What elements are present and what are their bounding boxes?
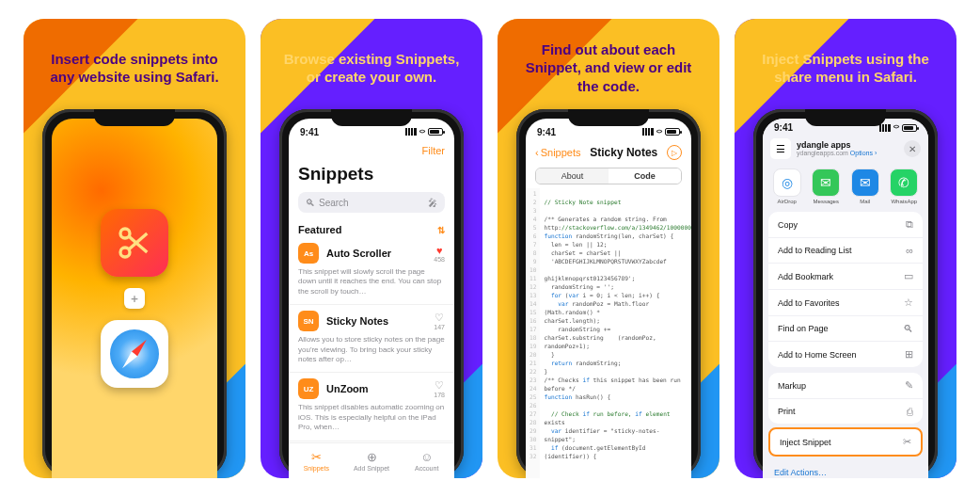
signal-strength-icon: ⇅ [437,225,445,235]
filter-link[interactable]: Filter [422,145,445,156]
heart-icon[interactable]: ♡ [434,379,445,392]
share-sheet-header: ☰ ydangle apps ydangleapps.com Options ›… [763,133,928,165]
phone-screen: ＋ [52,119,217,478]
code-editor[interactable]: 1 2 3 4 5 6 7 8 9 10 11 12 13 14 15 16 1… [526,188,691,478]
inject-snippet-highlighted[interactable]: Inject Snippet ✂ [768,427,923,457]
share-app-label: WhatsApp [891,199,917,204]
segment-code[interactable]: Code [609,168,681,184]
headline: Inject Snippets using the share menu in … [735,19,956,109]
share-item-copy[interactable]: Copy⧉ [768,212,923,238]
wifi-icon: ⌔ [893,122,899,133]
segment-about[interactable]: About [536,168,609,184]
share-app-whatsapp[interactable]: ✆WhatsApp [888,168,922,204]
scissors-icon: ✂ [903,436,911,448]
phone-frame: 9:41 ⌔ ☰ ydangle apps ydangleapps.com Op… [753,109,938,478]
share-item-find-on-page[interactable]: Find on Page🔍︎ [768,316,923,342]
segmented-control[interactable]: About Code [535,168,682,184]
screenshot-gallery: Insert code snippets into any website us… [24,19,956,478]
share-app-icon: ✉ [812,168,840,197]
headline: Browse existing Snippets, or create your… [261,19,482,109]
tab-bar: ✂Snippets⊕Add Snippet☺Account [289,442,454,478]
promo-card-3: Find out about each Snippet, and view or… [498,19,719,478]
share-apps-row: ◎AirDrop✉Messages✉Mail✆WhatsApp [763,165,928,212]
snippet-desc: This snippet disables automatic zooming … [298,403,445,432]
share-item-label: Find on Page [778,324,829,333]
notch [805,109,886,126]
share-item-label: Add to Favorites [778,298,840,308]
battery-icon [902,124,917,132]
notch [94,109,175,126]
snippet-desc: This snippet will slowly scroll the page… [298,267,445,297]
search-placeholder: Search [319,198,349,208]
compass-icon [108,328,161,380]
tab-label: Add Snippet [354,465,389,472]
share-item-add-to-favorites[interactable]: Add to Favorites☆ [768,290,923,316]
signal-icon [879,124,891,132]
share-item-icon: 🔍︎ [903,323,913,334]
edit-actions-link[interactable]: Edit Actions… [763,460,928,478]
phone-frame: 9:41 ⌔ ‹ Snippets Sticky Notes ▷ About C… [516,109,701,478]
snippet-item[interactable]: SN Sticky Notes ♡ 147 Allows you to stor… [289,305,454,373]
share-item-label: Add to Home Screen [778,350,857,360]
share-item-icon: ▭ [904,270,913,282]
snippet-desc: Allows you to store sticky notes on the … [298,335,445,364]
tab-label: Snippets [304,465,329,472]
share-item-label: Print [778,407,796,416]
back-button[interactable]: ‹ Snippets [535,147,580,158]
site-favicon: ☰ [770,138,791,159]
share-app-icon: ◎ [773,168,801,197]
snippet-item[interactable]: UZ UnZoom ♡ 178 This snippet disables au… [289,373,454,441]
share-item-add-to-reading-list[interactable]: Add to Reading List∞ [768,238,923,264]
svg-line-2 [129,236,147,252]
nav-row: Filter [289,141,454,160]
snippets-app-icon [101,209,168,277]
tab-snippets[interactable]: ✂Snippets [289,443,344,478]
promo-card-1: Insert code snippets into any website us… [24,19,245,478]
snippet-title: Sticky Notes [326,315,426,327]
share-item-add-bookmark[interactable]: Add Bookmark▭ [768,264,923,290]
svg-point-1 [120,248,130,257]
wifi-icon: ⌔ [656,127,662,137]
snippet-item[interactable]: As Auto Scroller ♥ 458 This snippet will… [289,237,454,305]
share-item-icon: ⊞ [905,348,913,361]
section-header: Featured ⇅ [289,216,454,237]
safari-app-icon [101,320,168,388]
site-subtitle: ydangleapps.com Options › [797,150,877,156]
svg-line-3 [129,233,147,249]
share-actions-list-2: Markup✎ Print⎙ [768,373,923,424]
tab-add-snippet[interactable]: ⊕Add Snippet [344,443,400,478]
tab-label: Account [415,465,438,472]
notch [331,109,412,126]
tab-account[interactable]: ☺Account [399,443,454,478]
share-item-label: Add Bookmark [778,272,833,281]
share-item-print[interactable]: Print⎙ [768,399,923,424]
share-app-messages[interactable]: ✉Messages [810,168,844,204]
like-count: 178 [434,392,445,398]
share-item-markup[interactable]: Markup✎ [768,373,923,399]
mic-icon[interactable]: 🎤︎ [428,198,437,208]
share-item-icon: ☆ [904,297,913,309]
tab-icon: ✂ [311,450,322,464]
share-app-mail[interactable]: ✉Mail [848,168,882,204]
like-count: 147 [434,324,445,330]
share-item-icon: ⎙ [907,406,913,417]
phone-frame: ＋ [42,109,227,478]
signal-icon [642,128,654,136]
signal-icon [405,128,417,136]
share-item-add-to-home-screen[interactable]: Add to Home Screen⊞ [768,342,923,367]
search-input[interactable]: 🔍︎ Search 🎤︎ [298,192,445,213]
promo-card-4: Inject Snippets using the share menu in … [735,19,956,478]
heart-icon[interactable]: ♥ [434,245,445,256]
snippet-title: UnZoom [326,383,426,394]
share-item-icon: ⧉ [906,218,913,231]
svg-point-0 [120,229,130,238]
heart-icon[interactable]: ♡ [434,312,445,324]
close-icon[interactable]: ✕ [904,140,921,157]
status-time: 9:41 [537,127,556,137]
run-button[interactable]: ▷ [667,145,682,160]
line-gutter: 1 2 3 4 5 6 7 8 9 10 11 12 13 14 15 16 1… [526,188,540,478]
share-app-airdrop[interactable]: ◎AirDrop [770,168,804,204]
hero-screen: ＋ [52,119,217,478]
snippets-list: As Auto Scroller ♥ 458 This snippet will… [289,237,454,441]
phone-screen: 9:41 ⌔ ☰ ydangle apps ydangleapps.com Op… [763,119,928,478]
